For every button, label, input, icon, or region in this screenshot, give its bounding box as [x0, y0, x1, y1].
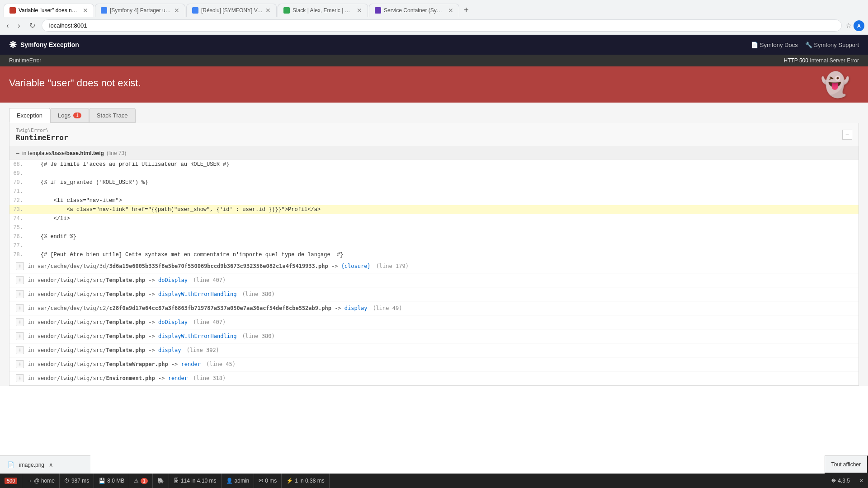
stack-container: +in var/cache/dev/twig/3d/3d6a19e6005b33… — [9, 259, 859, 385]
stack-item[interactable]: +in vendor/twig/twig/src/Environment.php… — [9, 371, 859, 385]
expand-icon[interactable]: + — [16, 374, 24, 382]
sf-tabs-bar: Exception Logs 1 Stack Trace — [0, 103, 868, 123]
exception-class: Twig\Error\ — [16, 127, 68, 133]
stack-line-number: (line 407) — [193, 277, 226, 283]
expand-icon[interactable]: + — [16, 332, 24, 340]
tab-5[interactable]: Service Container (Symfony D... ✕ — [369, 4, 459, 17]
stack-item[interactable]: +in vendor/twig/twig/src/Template.php ->… — [9, 273, 859, 287]
tab-3-close[interactable]: ✕ — [265, 7, 271, 14]
tab-4[interactable]: Slack | Alex, Emeric | O'clock ... ✕ — [278, 4, 368, 17]
tab-4-close[interactable]: ✕ — [357, 7, 362, 14]
tab-5-favicon — [375, 7, 381, 14]
stack-item[interactable]: +in var/cache/dev/twig/c2/c28f0a9d17e64c… — [9, 301, 859, 315]
forward-button[interactable]: › — [15, 20, 23, 32]
line-number-gutter: 76. — [9, 233, 28, 241]
tab-5-close[interactable]: ✕ — [448, 7, 453, 14]
line-number-gutter: 72. — [9, 197, 28, 205]
error-message: Variable "user" does not exist. — [9, 77, 859, 89]
symfony-support-link[interactable]: 🔧 Symfony Support — [805, 42, 859, 48]
symfony-docs-link[interactable]: 📄 Symfony Docs — [751, 42, 797, 48]
stack-path: in var/cache/dev/twig/c2/c28f0a9d17e64cc… — [28, 305, 367, 311]
file-path: in templates/base/base.html.twig — [22, 150, 104, 156]
line-code: {% if is_granted ('ROLE_USER') %} — [28, 178, 148, 187]
tab-2-favicon — [101, 7, 107, 14]
symfony-header: ❋ Symfony Exception 📄 Symfony Docs 🔧 Sym… — [0, 35, 868, 55]
back-button[interactable]: ‹ — [4, 20, 11, 32]
line-code: </li> — [28, 215, 70, 223]
tab-4-favicon — [283, 7, 290, 14]
code-line: 75. — [9, 223, 859, 232]
stack-path: in vendor/twig/twig/src/Environment.php … — [28, 375, 188, 381]
line-number-gutter: 74. — [9, 215, 28, 223]
logs-badge: 1 — [73, 113, 81, 118]
star-icon[interactable]: ☆ — [845, 21, 852, 30]
line-number: (line 73) — [107, 150, 126, 156]
line-code: <a class="nav-link" href="{{path("user_s… — [28, 206, 321, 214]
line-code: {# [Peut être bien utile] Cette syntaxe … — [28, 251, 344, 259]
line-number-gutter: 68. — [9, 160, 28, 169]
line-code: {# Je limite l'accès au profil Utilisate… — [28, 160, 229, 169]
tab-1-title: Variable "user" does not exi... — [19, 7, 80, 14]
tab-1-close[interactable]: ✕ — [83, 7, 88, 14]
tab-exception[interactable]: Exception — [9, 108, 50, 123]
symfony-nav: 📄 Symfony Docs 🔧 Symfony Support — [751, 42, 859, 48]
stack-path: in vendor/twig/twig/src/TemplateWrapper.… — [28, 361, 201, 367]
stack-line-number: (line 49) — [373, 305, 402, 311]
stack-item[interactable]: +in vendor/twig/twig/src/Template.php ->… — [9, 343, 859, 357]
profile-button[interactable]: A — [854, 20, 864, 31]
stack-item[interactable]: +in vendor/twig/twig/src/Template.php ->… — [9, 315, 859, 329]
code-line: 72. <li class="nav-item"> — [9, 196, 859, 205]
tab-2-close[interactable]: ✕ — [174, 7, 179, 14]
line-number-gutter: 69. — [9, 169, 28, 178]
stack-item[interactable]: +in var/cache/dev/twig/3d/3d6a19e6005b33… — [9, 259, 859, 273]
tab-2[interactable]: [Symfony 4] Partager une varia... ✕ — [95, 4, 185, 17]
support-icon: 🔧 — [805, 42, 814, 48]
stack-path: in vendor/twig/twig/src/Template.php -> … — [28, 347, 181, 353]
trace-content: Twig\Error\ RuntimeError − − in template… — [9, 123, 859, 386]
expand-icon[interactable]: + — [16, 304, 24, 312]
code-line: 78. {# [Peut être bien utile] Cette synt… — [9, 250, 859, 259]
tab-logs[interactable]: Logs 1 — [50, 108, 89, 123]
exception-info: Twig\Error\ RuntimeError — [16, 127, 68, 142]
file-location: − in templates/base/base.html.twig (line… — [9, 147, 859, 160]
line-number-gutter: 73. — [9, 206, 28, 214]
reload-button[interactable]: ↻ — [27, 19, 38, 32]
line-number-gutter: 78. — [9, 251, 28, 259]
expand-icon[interactable]: + — [16, 346, 24, 354]
tab-1[interactable]: Variable "user" does not exi... ✕ — [4, 4, 94, 17]
docs-icon: 📄 — [751, 42, 760, 48]
stack-line-number: (line 179) — [376, 263, 409, 269]
line-number-gutter: 77. — [9, 242, 28, 250]
address-actions: ☆ A — [845, 20, 864, 31]
tab-2-title: [Symfony 4] Partager une varia... — [110, 7, 171, 14]
stack-path: in vendor/twig/twig/src/Template.php -> … — [28, 277, 188, 283]
stack-item[interactable]: +in vendor/twig/twig/src/TemplateWrapper… — [9, 357, 859, 371]
tab-3[interactable]: [Résolu] [SYMFONY] Variable o... ✕ — [186, 4, 277, 17]
address-input[interactable] — [42, 19, 842, 32]
symfony-logo: ❋ Symfony Exception — [9, 39, 79, 50]
expand-icon[interactable]: + — [16, 276, 24, 284]
code-line: 76. {% endif %} — [9, 232, 859, 241]
stack-path: in var/cache/dev/twig/3d/3d6a19e6005b335… — [28, 263, 371, 269]
symfony-logo-icon: ❋ — [9, 39, 17, 50]
exception-type: RuntimeError — [16, 133, 68, 142]
tab-3-favicon — [192, 7, 198, 14]
stack-item[interactable]: +in vendor/twig/twig/src/Template.php ->… — [9, 287, 859, 301]
stack-line-number: (line 407) — [193, 319, 226, 325]
expand-icon[interactable]: + — [16, 262, 24, 270]
new-tab-button[interactable]: + — [460, 5, 472, 16]
line-number-gutter: 75. — [9, 224, 28, 232]
expand-icon[interactable]: + — [16, 360, 24, 368]
trace-header: Twig\Error\ RuntimeError − — [9, 123, 859, 147]
expand-icon[interactable]: + — [16, 290, 24, 298]
collapse-button[interactable]: − — [842, 130, 852, 140]
expand-icon[interactable]: + — [16, 318, 24, 326]
tab-1-favicon — [9, 7, 16, 14]
show-all-button[interactable]: Tout afficher — [825, 455, 868, 458]
code-line: 77. — [9, 241, 859, 250]
stack-line-number: (line 380) — [242, 333, 274, 339]
stack-item[interactable]: +in vendor/twig/twig/src/Template.php ->… — [9, 329, 859, 343]
stack-path: in vendor/twig/twig/src/Template.php -> … — [28, 291, 236, 297]
tab-stack-trace[interactable]: Stack Trace — [89, 108, 136, 123]
file-collapse-btn[interactable]: − — [16, 150, 19, 157]
